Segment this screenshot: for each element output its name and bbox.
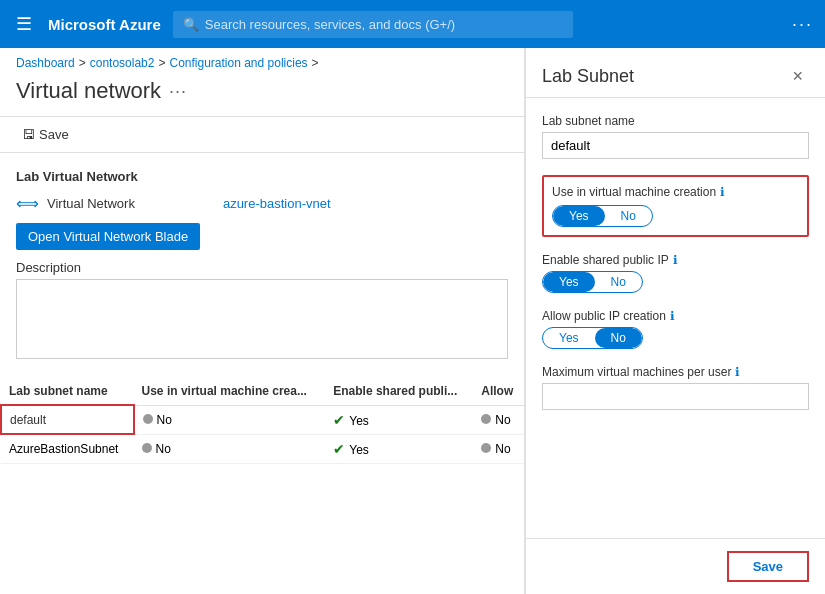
shared-ip-no-btn[interactable]: No — [595, 272, 642, 292]
col-header-vm: Use in virtual machine crea... — [134, 378, 326, 405]
toolbar: 🖫 Save — [0, 116, 524, 153]
row-allow: No — [473, 434, 524, 463]
main-layout: Dashboard > contosolab2 > Configuration … — [0, 48, 825, 594]
close-button[interactable]: × — [786, 64, 809, 89]
subnet-table: Lab subnet name Use in virtual machine c… — [0, 378, 524, 464]
vm-creation-yes-btn[interactable]: Yes — [553, 206, 605, 226]
save-icon: 🖫 — [22, 127, 35, 142]
shared-ip-label: Enable shared public IP ℹ — [542, 253, 809, 267]
breadcrumb-sep1: > — [79, 56, 86, 70]
page-more-icon[interactable]: ··· — [169, 81, 187, 102]
shared-ip-toggle: Yes No — [542, 271, 643, 293]
left-panel: Dashboard > contosolab2 > Configuration … — [0, 48, 525, 594]
search-icon: 🔍 — [183, 17, 199, 32]
hamburger-icon[interactable]: ☰ — [12, 9, 36, 39]
vm-creation-label: Use in virtual machine creation ℹ — [552, 185, 799, 199]
col-header-ip: Enable shared publi... — [325, 378, 473, 405]
row-ip: ✔Yes — [325, 405, 473, 434]
public-ip-toggle: Yes No — [542, 327, 643, 349]
breadcrumb-sep2: > — [158, 56, 165, 70]
vnet-label: Virtual Network — [47, 196, 135, 211]
row-name: AzureBastionSubnet — [1, 434, 134, 463]
section-label: Lab Virtual Network — [16, 169, 508, 184]
top-nav: ☰ Microsoft Azure 🔍 ··· — [0, 0, 825, 48]
save-button[interactable]: 🖫 Save — [16, 123, 75, 146]
row-allow: No — [473, 405, 524, 434]
subnet-name-input[interactable] — [542, 132, 809, 159]
shared-ip-field: Enable shared public IP ℹ Yes No — [542, 253, 809, 293]
right-panel-footer: Save — [526, 538, 825, 594]
col-header-allow: Allow — [473, 378, 524, 405]
right-panel: Lab Subnet × Lab subnet name Use in virt… — [525, 48, 825, 594]
shared-ip-yes-btn[interactable]: Yes — [543, 272, 595, 292]
max-vms-field: Maximum virtual machines per user ℹ — [542, 365, 809, 410]
section-content: Lab Virtual Network ⟺ Virtual Network az… — [0, 153, 524, 370]
vm-creation-info-icon[interactable]: ℹ — [720, 185, 725, 199]
row-name: default — [1, 405, 134, 434]
public-ip-info-icon[interactable]: ℹ — [670, 309, 675, 323]
vm-creation-section: Use in virtual machine creation ℹ Yes No — [542, 175, 809, 237]
breadcrumb-config[interactable]: Configuration and policies — [169, 56, 307, 70]
breadcrumb-sep3: > — [312, 56, 319, 70]
table-row[interactable]: AzureBastionSubnet No ✔Yes No — [1, 434, 524, 463]
nav-more-icon[interactable]: ··· — [792, 14, 813, 35]
max-vms-info-icon[interactable]: ℹ — [735, 365, 740, 379]
subnet-name-label: Lab subnet name — [542, 114, 809, 128]
subnet-name-field: Lab subnet name — [542, 114, 809, 159]
open-blade-button[interactable]: Open Virtual Network Blade — [16, 223, 200, 250]
right-save-button[interactable]: Save — [727, 551, 809, 582]
col-header-name: Lab subnet name — [1, 378, 134, 405]
page-title: Virtual network — [16, 78, 161, 104]
row-ip: ✔Yes — [325, 434, 473, 463]
max-vms-label: Maximum virtual machines per user ℹ — [542, 365, 809, 379]
brand-name: Microsoft Azure — [48, 16, 161, 33]
max-vms-input[interactable] — [542, 383, 809, 410]
breadcrumb: Dashboard > contosolab2 > Configuration … — [0, 48, 524, 74]
table-row[interactable]: default No ✔Yes No — [1, 405, 524, 434]
save-label: Save — [39, 127, 69, 142]
row-vm: No — [134, 405, 326, 434]
right-panel-body: Lab subnet name Use in virtual machine c… — [526, 98, 825, 538]
vnet-value: azure-bastion-vnet — [223, 196, 331, 211]
description-textarea[interactable] — [16, 279, 508, 359]
right-panel-header: Lab Subnet × — [526, 48, 825, 98]
public-ip-field: Allow public IP creation ℹ Yes No — [542, 309, 809, 349]
breadcrumb-dashboard[interactable]: Dashboard — [16, 56, 75, 70]
public-ip-yes-btn[interactable]: Yes — [543, 328, 595, 348]
shared-ip-info-icon[interactable]: ℹ — [673, 253, 678, 267]
search-wrapper: 🔍 — [173, 11, 573, 38]
vm-creation-toggle: Yes No — [552, 205, 653, 227]
vm-creation-no-btn[interactable]: No — [605, 206, 652, 226]
row-vm: No — [134, 434, 326, 463]
description-label: Description — [16, 260, 508, 275]
vnet-row: ⟺ Virtual Network azure-bastion-vnet — [16, 194, 508, 213]
public-ip-no-btn[interactable]: No — [595, 328, 642, 348]
page-title-row: Virtual network ··· — [0, 74, 524, 116]
public-ip-label: Allow public IP creation ℹ — [542, 309, 809, 323]
breadcrumb-contosolab[interactable]: contosolab2 — [90, 56, 155, 70]
right-panel-title: Lab Subnet — [542, 66, 634, 87]
search-input[interactable] — [205, 11, 563, 38]
vnet-icon: ⟺ — [16, 194, 39, 213]
